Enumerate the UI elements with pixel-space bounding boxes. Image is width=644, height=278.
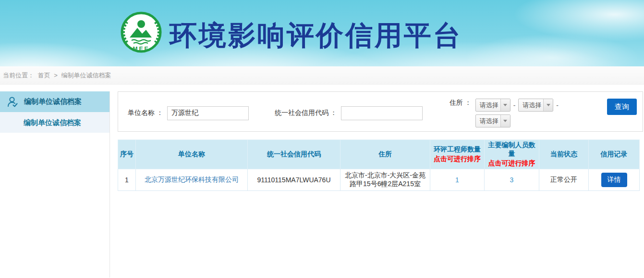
- credit-code-label: 统一社会信用代码 ：: [275, 109, 337, 117]
- staff-sort-hint[interactable]: 点击可进行排序: [486, 159, 537, 168]
- address-separator: -: [513, 101, 516, 109]
- header-company: 单位名称: [136, 140, 248, 169]
- header-credit-record: 信用记录: [589, 140, 640, 169]
- site-header: MEE 环境影响评价信用平台: [0, 0, 644, 66]
- cell-credit-code: 91110115MA7LWUA76U: [248, 169, 340, 191]
- company-name-label: 单位名称 ：: [128, 109, 163, 117]
- sidebar-group-archive[interactable]: 编制单位诚信档案: [0, 91, 109, 112]
- header-staff-count[interactable]: 主要编制人员数量 点击可进行排序: [485, 140, 539, 169]
- province-select[interactable]: 请选择: [475, 99, 510, 112]
- engineer-count-link[interactable]: 1: [455, 176, 459, 184]
- company-name-input[interactable]: [167, 106, 249, 120]
- mee-logo: MEE: [120, 11, 162, 55]
- logo-mee-text: MEE: [133, 46, 149, 52]
- chevron-down-icon[interactable]: [543, 99, 553, 111]
- header-credit-code: 统一社会信用代码: [248, 140, 340, 169]
- result-table: 序号 单位名称 统一社会信用代码 住所 环评工程师数量 点击可进行排序 主要编制…: [118, 139, 640, 191]
- province-select-value: 请选择: [476, 101, 498, 110]
- breadcrumb-prefix: 当前位置：: [3, 72, 34, 79]
- detail-button[interactable]: 详情: [601, 173, 627, 187]
- district-select-value: 请选择: [476, 117, 498, 126]
- breadcrumb-home-link[interactable]: 首页: [38, 72, 50, 79]
- cell-address: 北京市-北京市-大兴区-金苑路甲15号6幢2层A215室: [340, 169, 430, 191]
- query-button[interactable]: 查询: [607, 99, 637, 115]
- header-staff-count-label: 主要编制人员数量: [488, 141, 535, 157]
- page-title: 环境影响评价信用平台: [170, 17, 462, 54]
- header-index: 序号: [118, 140, 136, 169]
- breadcrumb: 当前位置： 首页 > 编制单位诚信档案: [0, 66, 644, 85]
- cell-index: 1: [118, 169, 136, 191]
- staff-count-link[interactable]: 3: [510, 176, 514, 184]
- search-panel: 单位名称 ： 统一社会信用代码 ： 住所 ： 请选择 -: [118, 91, 643, 132]
- city-select-value: 请选择: [519, 101, 541, 110]
- breadcrumb-separator: >: [54, 72, 58, 79]
- company-link[interactable]: 北京万源世纪环保科技有限公司: [145, 176, 239, 183]
- breadcrumb-current: 编制单位诚信档案: [61, 72, 111, 79]
- header-engineer-count-label: 环评工程师数量: [434, 145, 481, 153]
- user-check-icon: [6, 96, 19, 108]
- header-engineer-count[interactable]: 环评工程师数量 点击可进行排序: [430, 140, 485, 169]
- table-header-row: 序号 单位名称 统一社会信用代码 住所 环评工程师数量 点击可进行排序 主要编制…: [118, 140, 640, 169]
- cell-status: 正常公开: [539, 169, 589, 191]
- sidebar: 编制单位诚信档案 编制单位诚信档案: [0, 91, 110, 278]
- city-select[interactable]: 请选择: [518, 99, 553, 112]
- main-content: 单位名称 ： 统一社会信用代码 ： 住所 ： 请选择 -: [110, 91, 644, 191]
- sidebar-item-archive[interactable]: 编制单位诚信档案: [0, 112, 109, 133]
- engineer-sort-hint[interactable]: 点击可进行排序: [432, 155, 482, 164]
- chevron-down-icon[interactable]: [500, 115, 510, 127]
- header-status: 当前状态: [539, 140, 589, 169]
- header-address: 住所: [340, 140, 430, 169]
- credit-code-input[interactable]: [341, 106, 423, 120]
- district-select[interactable]: 请选择: [475, 114, 510, 127]
- address-separator: -: [556, 101, 559, 109]
- address-label: 住所 ：: [450, 99, 472, 107]
- sidebar-group-label: 编制单位诚信档案: [24, 97, 82, 106]
- chevron-down-icon[interactable]: [500, 99, 510, 111]
- table-row: 1 北京万源世纪环保科技有限公司 91110115MA7LWUA76U 北京市-…: [118, 169, 640, 191]
